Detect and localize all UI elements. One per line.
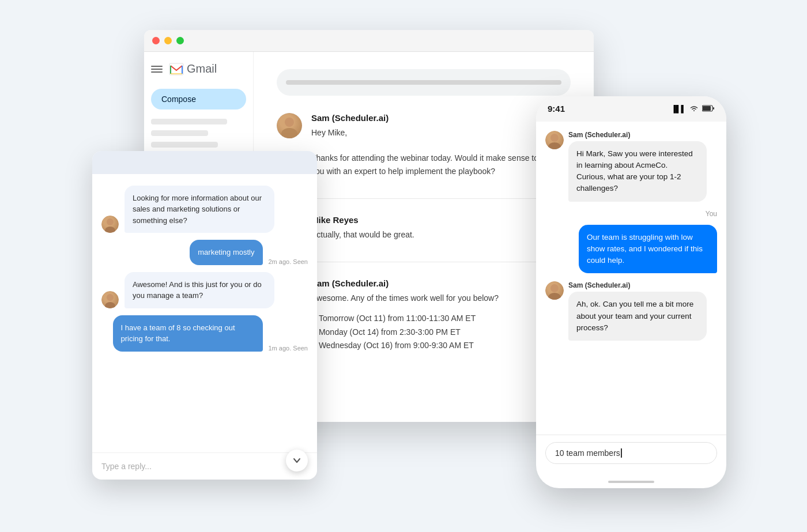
message-text-1: Hey Mike, Thanks for attending the webin… bbox=[311, 126, 571, 178]
phone-home-indicator bbox=[536, 476, 726, 488]
chat-bubble-1: Looking for more information about our s… bbox=[125, 186, 274, 233]
sidebar-nav-item bbox=[151, 142, 218, 148]
svg-point-3 bbox=[285, 118, 294, 127]
chat-widget: Looking for more information about our s… bbox=[92, 151, 317, 480]
phone-input-box[interactable]: 10 team members bbox=[545, 442, 717, 464]
chevron-down-icon bbox=[292, 455, 302, 466]
phone-messages: Sam (Scheduler.ai) Hi Mark, Saw you were… bbox=[536, 122, 726, 435]
svg-point-17 bbox=[550, 134, 559, 142]
message-sender-1: Sam (Scheduler.ai) bbox=[311, 113, 571, 123]
message-body-2: Mike Reyes Actually, that would be great… bbox=[311, 215, 571, 241]
list-item-1: Tomorrow (Oct 11) from 11:00-11:30 AM ET bbox=[311, 312, 571, 326]
svg-point-13 bbox=[105, 302, 115, 308]
message-sender-3: Sam (Scheduler.ai) bbox=[311, 278, 571, 288]
chat-msg-row-3: Awesome! And is this just for you or do … bbox=[101, 272, 308, 308]
chat-bubble-4: I have a team of 8 so checking out prici… bbox=[113, 315, 263, 352]
gmail-search[interactable] bbox=[277, 69, 571, 96]
svg-point-10 bbox=[107, 218, 114, 225]
message-body-1: Sam (Scheduler.ai) Hey Mike, Thanks for … bbox=[311, 113, 571, 178]
avatar-sam-1 bbox=[277, 113, 302, 138]
scene: Gmail Compose bbox=[86, 30, 721, 503]
home-bar bbox=[608, 481, 654, 483]
window-titlebar bbox=[144, 30, 594, 52]
phone-sender-name-1: Sam (Scheduler.ai) bbox=[568, 131, 707, 139]
email-message-3: Sam (Scheduler.ai) Awesome. Any of the t… bbox=[277, 278, 571, 353]
message-text-3: Awesome. Any of the times work well for … bbox=[311, 292, 571, 353]
phone-status-bar: 9:41 ▐▌▌ bbox=[536, 96, 726, 122]
phone-sender-name-3: Sam (Scheduler.ai) bbox=[568, 281, 707, 289]
chat-msg-row-1: Looking for more information about our s… bbox=[101, 186, 308, 233]
sidebar-nav-item bbox=[151, 119, 227, 124]
phone-msg-row-3: Sam (Scheduler.ai) Ah, ok. Can you tell … bbox=[545, 281, 717, 341]
battery-icon bbox=[702, 104, 715, 114]
phone-avatar-sam-2 bbox=[545, 281, 564, 300]
message-text-2: Actually, that would be great. bbox=[311, 228, 571, 241]
wifi-icon bbox=[689, 104, 699, 114]
minimize-button[interactable] bbox=[164, 37, 172, 44]
phone-time: 9:41 bbox=[548, 104, 565, 114]
svg-point-12 bbox=[107, 294, 114, 301]
sidebar-nav-item bbox=[151, 130, 208, 136]
chat-header bbox=[92, 151, 317, 174]
svg-rect-15 bbox=[703, 106, 711, 111]
compose-button[interactable]: Compose bbox=[151, 89, 246, 110]
message-body-3: Sam (Scheduler.ai) Awesome. Any of the t… bbox=[311, 278, 571, 353]
sam-avatar-svg bbox=[277, 113, 302, 138]
phone-avatar-sam-1 bbox=[545, 131, 564, 149]
chat-meta-4: 1m ago. Seen bbox=[269, 345, 308, 352]
gmail-logo: Gmail bbox=[168, 61, 217, 77]
gmail-topbar: Gmail bbox=[151, 61, 246, 77]
phone-bubble-3: Ah, ok. Can you tell me a bit more about… bbox=[568, 292, 707, 341]
chat-bubble-2: marketing mostly bbox=[190, 240, 262, 265]
svg-point-20 bbox=[548, 293, 561, 300]
email-message-2: Mike Reyes Actually, that would be great… bbox=[277, 215, 571, 241]
gmail-label-text: Gmail bbox=[187, 62, 217, 76]
svg-rect-16 bbox=[713, 107, 714, 110]
you-label: You bbox=[706, 210, 717, 218]
phone-bubble-1: Hi Mark, Saw you were interested in lear… bbox=[568, 141, 707, 202]
chat-input-area[interactable]: Type a reply... bbox=[92, 452, 317, 480]
chat-input-placeholder: Type a reply... bbox=[101, 462, 152, 471]
phone-cursor bbox=[621, 448, 622, 458]
chat-messages: Looking for more information about our s… bbox=[92, 174, 317, 452]
chat-fab-button[interactable] bbox=[286, 450, 308, 471]
phone-input-value: 10 team members bbox=[555, 448, 620, 458]
signal-icon: ▐▌▌ bbox=[671, 105, 686, 113]
mobile-phone: 9:41 ▐▌▌ bbox=[536, 96, 726, 488]
email-message-1: Sam (Scheduler.ai) Hey Mike, Thanks for … bbox=[277, 113, 571, 178]
chat-meta-2: 2m ago. Seen bbox=[269, 258, 308, 265]
close-button[interactable] bbox=[152, 37, 160, 44]
list-item-3: Wednesday (Oct 16) from 9:00-9:30 AM ET bbox=[311, 339, 571, 353]
svg-point-2 bbox=[281, 128, 297, 138]
message-list: Tomorrow (Oct 11) from 11:00-11:30 AM ET… bbox=[311, 312, 571, 353]
chat-bubble-3: Awesome! And is this just for you or do … bbox=[125, 272, 274, 308]
maximize-button[interactable] bbox=[176, 37, 184, 44]
chat-avatar-sam-2 bbox=[101, 291, 119, 308]
phone-msg-row-2: You Our team is struggling with low show… bbox=[545, 210, 717, 274]
phone-status-icons: ▐▌▌ bbox=[671, 104, 715, 114]
phone-bubble-2: Our team is struggling with low show rat… bbox=[579, 225, 717, 274]
gmail-m-icon bbox=[168, 61, 184, 77]
svg-point-11 bbox=[105, 227, 115, 233]
phone-input-area[interactable]: 10 team members bbox=[536, 435, 726, 476]
chat-msg-row-4: I have a team of 8 so checking out prici… bbox=[101, 315, 308, 352]
chat-avatar-sam-1 bbox=[101, 216, 119, 233]
list-item-2: Monday (Oct 14) from 2:30-3:00 PM ET bbox=[311, 326, 571, 339]
hamburger-icon[interactable] bbox=[151, 65, 163, 73]
svg-point-18 bbox=[548, 142, 561, 149]
gmail-search-bar bbox=[286, 80, 561, 85]
chat-msg-row-2: marketing mostly 2m ago. Seen bbox=[101, 240, 308, 265]
svg-rect-0 bbox=[169, 63, 183, 75]
phone-msg-row-1: Sam (Scheduler.ai) Hi Mark, Saw you were… bbox=[545, 131, 717, 202]
message-sender-2: Mike Reyes bbox=[311, 215, 571, 225]
svg-point-19 bbox=[550, 284, 559, 292]
